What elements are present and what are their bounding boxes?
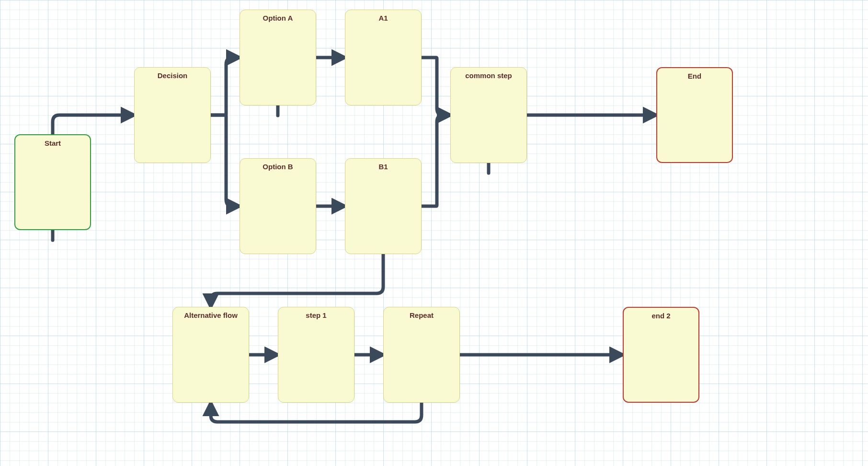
node-label: Decision	[139, 71, 206, 80]
node-label: Option B	[245, 163, 311, 171]
edge-a1-to-common	[422, 58, 450, 115]
node-label: Option A	[245, 14, 311, 22]
node-a1[interactable]: A1	[345, 10, 422, 105]
node-end[interactable]: End	[656, 67, 733, 163]
edge-decision-to-optionA	[211, 58, 240, 115]
node-label: Alternative flow	[178, 311, 244, 319]
node-b1[interactable]: B1	[345, 158, 422, 254]
node-end2[interactable]: end 2	[623, 307, 699, 403]
edge-b1-to-altflow	[211, 254, 383, 307]
node-common[interactable]: common step	[450, 67, 527, 163]
node-altflow[interactable]: Alternative flow	[172, 307, 249, 403]
node-optionA[interactable]: Option A	[240, 10, 316, 105]
edge-decision-to-optionB	[211, 115, 240, 206]
node-repeat[interactable]: Repeat	[383, 307, 460, 403]
node-step1[interactable]: step 1	[278, 307, 354, 403]
node-label: Start	[20, 139, 85, 147]
node-label: B1	[350, 163, 416, 171]
node-label: Repeat	[388, 311, 455, 319]
diagram-canvas[interactable]: StartDecisionOption AOption BA1B1common …	[0, 0, 868, 466]
node-decision[interactable]: Decision	[134, 67, 211, 163]
node-optionB[interactable]: Option B	[240, 158, 316, 254]
node-label: End	[662, 72, 727, 80]
node-label: end 2	[628, 312, 694, 320]
node-start[interactable]: Start	[14, 134, 91, 230]
node-label: A1	[350, 14, 416, 22]
edge-repeat-to-altflow	[211, 403, 422, 422]
node-label: common step	[456, 71, 522, 80]
edge-b1-to-common	[422, 115, 450, 206]
node-label: step 1	[283, 311, 349, 319]
